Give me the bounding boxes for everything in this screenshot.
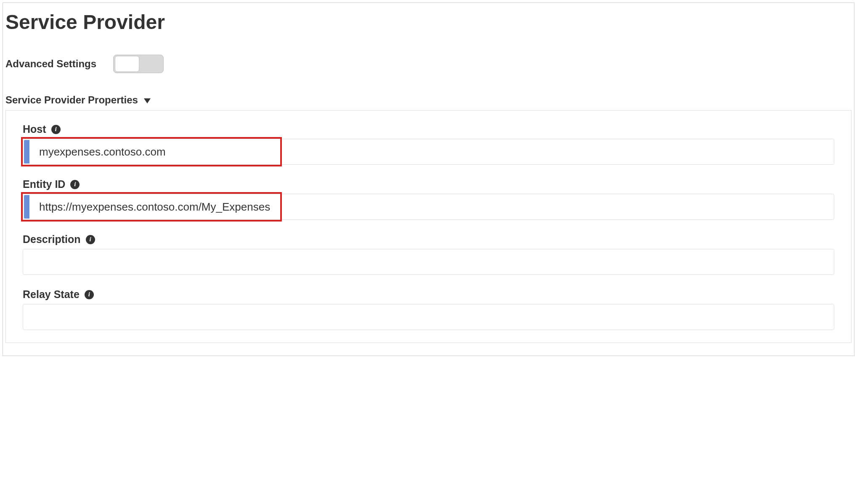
entity-id-label: Entity ID xyxy=(23,178,65,190)
host-input-wrap xyxy=(23,139,834,165)
host-field: Host i xyxy=(23,123,834,165)
description-field: Description i xyxy=(23,233,834,275)
info-icon[interactable]: i xyxy=(85,290,94,299)
relay-state-label-row: Relay State i xyxy=(23,288,834,301)
description-label-row: Description i xyxy=(23,233,834,245)
info-icon[interactable]: i xyxy=(70,180,80,189)
relay-state-input[interactable] xyxy=(23,304,834,330)
description-input-wrap xyxy=(23,249,834,275)
advanced-settings-label: Advanced Settings xyxy=(5,58,96,70)
info-icon[interactable]: i xyxy=(86,235,95,244)
section-title: Service Provider Properties xyxy=(5,94,138,106)
page-title: Service Provider xyxy=(3,3,854,38)
description-label: Description xyxy=(23,233,81,245)
advanced-settings-toggle[interactable] xyxy=(113,55,164,73)
properties-panel: Host i Entity ID i Description i xyxy=(5,110,852,343)
caret-down-icon xyxy=(144,98,151,103)
relay-state-label: Relay State xyxy=(23,288,80,301)
host-label: Host xyxy=(23,123,46,135)
service-provider-container: Service Provider Advanced Settings Servi… xyxy=(3,3,854,356)
toggle-knob xyxy=(115,56,139,72)
entity-id-input-wrap xyxy=(23,194,834,220)
description-input[interactable] xyxy=(23,249,834,275)
section-header[interactable]: Service Provider Properties xyxy=(3,82,854,110)
host-input[interactable] xyxy=(23,139,834,165)
relay-state-input-wrap xyxy=(23,304,834,330)
entity-id-label-row: Entity ID i xyxy=(23,178,834,190)
entity-id-input[interactable] xyxy=(23,194,834,220)
advanced-settings-row: Advanced Settings xyxy=(3,38,854,82)
entity-id-field: Entity ID i xyxy=(23,178,834,220)
relay-state-field: Relay State i xyxy=(23,288,834,330)
host-label-row: Host i xyxy=(23,123,834,135)
info-icon[interactable]: i xyxy=(51,125,61,134)
